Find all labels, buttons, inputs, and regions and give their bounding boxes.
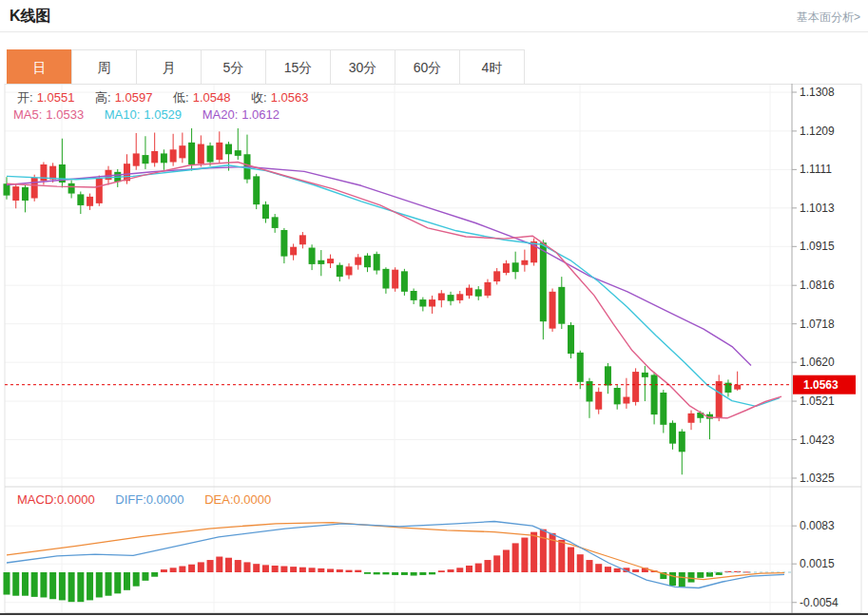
dea-label: DEA:	[204, 492, 233, 507]
svg-text:1.1111: 1.1111	[800, 163, 832, 176]
fundamental-analysis-link[interactable]: 基本面分析>	[797, 10, 860, 26]
tab-month[interactable]: 月	[136, 49, 202, 85]
low-label: 低:	[173, 90, 189, 105]
ma20-label: MA20:	[203, 107, 239, 122]
ma5-value: 1.0533	[46, 107, 84, 122]
ma20-value: 1.0612	[241, 107, 280, 122]
ohlc-legend: 开:1.0551 高:1.0597 低:1.0548 收:1.0563	[17, 89, 312, 106]
high-label: 高:	[95, 90, 111, 105]
high-value: 1.0597	[115, 90, 153, 105]
svg-text:0.0015: 0.0015	[800, 557, 835, 570]
kline-chart-area[interactable]: 1.13081.12091.11111.10131.09151.08161.07…	[0, 84, 868, 616]
close-value: 1.0563	[271, 90, 309, 105]
macd-label: MACD:	[17, 492, 57, 507]
svg-text:1.1013: 1.1013	[800, 202, 835, 215]
svg-text:1.0620: 1.0620	[800, 356, 835, 369]
svg-text:1.0423: 1.0423	[800, 433, 835, 447]
tab-15min[interactable]: 15分	[265, 49, 331, 85]
diff-value: 0.0000	[146, 492, 184, 507]
widget-header: K线图 基本面分析>	[0, 0, 868, 32]
ma5-label: MA5:	[13, 107, 42, 122]
open-label: 开:	[17, 90, 33, 105]
open-value: 1.0551	[37, 90, 75, 105]
ma10-label: MA10:	[105, 107, 141, 122]
diff-label: DIFF:	[115, 492, 146, 507]
close-label: 收:	[251, 90, 267, 105]
ma10-value: 1.0529	[144, 107, 182, 122]
page-title: K线图	[10, 7, 51, 27]
dea-value: 0.0000	[234, 492, 272, 507]
svg-text:1.1308: 1.1308	[800, 86, 835, 99]
svg-text:1.0915: 1.0915	[800, 240, 835, 253]
tab-day[interactable]: 日	[7, 49, 72, 85]
svg-text:1.0563: 1.0563	[803, 378, 839, 392]
macd-value: 0.0000	[57, 492, 95, 507]
svg-text:0.0083: 0.0083	[800, 519, 835, 532]
current-price-badge: 1.0563	[793, 375, 856, 395]
tab-30min[interactable]: 30分	[330, 49, 395, 85]
ma-legend: MA5:1.0533 MA10:1.0529 MA20:1.0612	[13, 107, 283, 122]
tab-week[interactable]: 周	[71, 49, 137, 85]
tab-60min[interactable]: 60分	[395, 49, 460, 85]
tab-4hour[interactable]: 4时	[459, 49, 525, 85]
low-value: 1.0548	[193, 90, 231, 105]
svg-text:1.0521: 1.0521	[800, 395, 835, 408]
svg-text:1.0816: 1.0816	[800, 279, 835, 292]
svg-text:1.1209: 1.1209	[800, 125, 835, 138]
interval-tabs: 日 周 月 5分 15分 30分 60分 4时	[8, 49, 525, 85]
svg-text:1.0325: 1.0325	[800, 472, 835, 485]
svg-text:1.0718: 1.0718	[800, 318, 835, 331]
tab-5min[interactable]: 5分	[201, 49, 266, 85]
kline-chart-canvas[interactable]: 1.13081.12091.11111.10131.09151.08161.07…	[0, 84, 868, 616]
svg-text:-0.0054: -0.0054	[800, 596, 839, 609]
macd-legend: MACD:0.0000 DIFF:0.0000 DEA:0.0000	[17, 492, 275, 507]
